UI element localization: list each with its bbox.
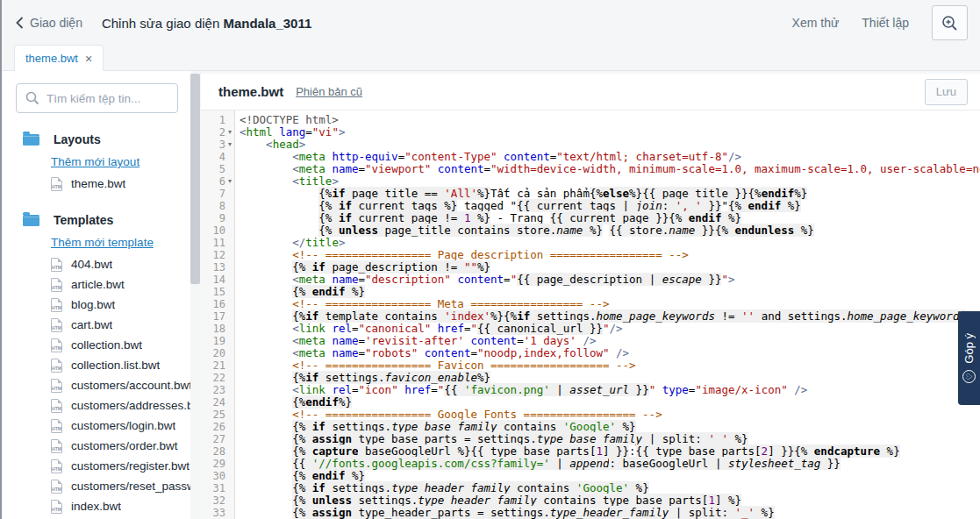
code-line[interactable]: <!-- ================ Page description =… bbox=[240, 249, 980, 261]
html-file-icon: HTM bbox=[51, 379, 62, 393]
code-line[interactable]: {% if settings.type_base_family contains… bbox=[240, 421, 980, 433]
search-input[interactable] bbox=[16, 83, 178, 113]
file-item[interactable]: HTMarticle.bwt bbox=[2, 274, 190, 295]
code-line[interactable]: {%if settings.favicon_enable%} bbox=[240, 372, 980, 384]
code-line[interactable]: <!-- ================ Favicon ==========… bbox=[240, 359, 980, 372]
file-item[interactable]: HTMcollection.list.bwt bbox=[2, 355, 190, 375]
code-line[interactable]: {%if page_title == 'All'%}Tất cả sản phẩ… bbox=[240, 188, 980, 200]
file-item[interactable]: HTMtheme.bwt bbox=[2, 174, 190, 194]
code-line[interactable]: {% if current_tags %} tagged "{{ current… bbox=[240, 200, 980, 212]
code-line[interactable]: {%if template contains 'index'%}{%if set… bbox=[240, 310, 980, 323]
file-item[interactable]: HTMcustomers/login.bwt bbox=[2, 416, 190, 436]
zoom-button[interactable] bbox=[932, 5, 968, 40]
page-title: Chỉnh sửa giao diện Mandala_3011 bbox=[102, 16, 311, 31]
file-item[interactable]: HTMcollection.bwt bbox=[2, 335, 190, 355]
file-item[interactable]: HTMindex.bwt bbox=[2, 496, 190, 516]
code-line[interactable]: <title> bbox=[240, 175, 980, 188]
code-line[interactable]: <!-- ================ Meta =============… bbox=[240, 298, 980, 310]
line-number: 10 bbox=[213, 224, 225, 237]
file-name: index.bwt bbox=[71, 500, 121, 513]
add-template-link[interactable]: Thêm mới template bbox=[51, 236, 190, 249]
code-line[interactable]: {% unless settings.type_header_family co… bbox=[240, 494, 980, 507]
code-line[interactable]: <meta name="description" content="{{ pag… bbox=[240, 274, 980, 286]
file-item[interactable]: HTMcustomers/order.bwt bbox=[2, 436, 190, 456]
code-line[interactable]: {% capture baseGoogleUrl %}{{ type_base_… bbox=[240, 445, 980, 458]
code-line[interactable]: <link rel="canonical" href="{{ canonical… bbox=[240, 323, 980, 335]
code-line[interactable]: {% if page_description != ""%} bbox=[240, 261, 980, 274]
code-line[interactable]: <meta name="viewport" content="width=dev… bbox=[240, 163, 980, 175]
code-line[interactable]: {%endif%} bbox=[240, 396, 980, 409]
file-item[interactable]: HTMcustomers/register.bwt bbox=[2, 456, 190, 476]
code-line[interactable]: {% if settings.type_header_family contai… bbox=[240, 482, 980, 494]
sidebar-scrollbar-thumb[interactable] bbox=[190, 74, 200, 284]
file-name: theme.bwt bbox=[71, 177, 125, 190]
code-line[interactable]: <meta http-equiv="content-Type" content=… bbox=[240, 151, 980, 163]
old-version-link[interactable]: Phiên bản cũ bbox=[296, 85, 362, 98]
code-line[interactable]: {% if current_page != 1 %} - Trang {{ cu… bbox=[240, 212, 980, 224]
code-line[interactable]: <meta name="robots" content="noodp,index… bbox=[240, 347, 980, 359]
editor-panel: theme.bwt Phiên bản cũ Lưu 12▾3▾456▾7891… bbox=[201, 74, 980, 519]
file-name: customers/account.bwt bbox=[71, 379, 190, 392]
sidebar-section-templates[interactable]: Templates bbox=[23, 213, 190, 227]
code-line[interactable]: {% assign type_base_parts = settings.typ… bbox=[240, 433, 980, 445]
line-number: 2 bbox=[219, 126, 225, 139]
file-name: customers/register.bwt bbox=[71, 459, 190, 473]
line-number: 29 bbox=[213, 458, 225, 470]
html-file-icon: HTM bbox=[51, 177, 62, 191]
file-item[interactable]: HTMcart.bwt bbox=[2, 315, 190, 335]
save-button[interactable]: Lưu bbox=[925, 79, 968, 105]
file-name: cart.bwt bbox=[71, 318, 112, 331]
preview-link[interactable]: Xem thử bbox=[792, 16, 840, 30]
code-line[interactable]: {{ '//fonts.googleapis.com/css?family=' … bbox=[240, 458, 980, 470]
code-line[interactable]: <html lang="vi"> bbox=[240, 126, 980, 139]
line-number: 3 bbox=[219, 139, 225, 151]
folder-icon bbox=[23, 134, 39, 146]
code-line[interactable]: {% endif %} bbox=[240, 286, 980, 298]
code-line[interactable]: {% unless page_title contains store.name… bbox=[240, 224, 980, 237]
line-number: 33 bbox=[213, 507, 225, 519]
line-number-gutter: 12▾3▾456▾7891011121314151617181920212223… bbox=[201, 110, 235, 519]
fold-arrow-icon[interactable]: ▾ bbox=[225, 139, 234, 151]
fold-arrow-icon[interactable]: ▾ bbox=[225, 175, 234, 188]
file-item[interactable]: HTMcustomers/reset_password.bwt bbox=[2, 476, 190, 496]
file-item[interactable]: HTMcustomers/addresses.bwt bbox=[2, 395, 190, 416]
tab-theme-bwt[interactable]: theme.bwt × bbox=[14, 45, 104, 71]
settings-link[interactable]: Thiết lập bbox=[862, 16, 909, 30]
back-link[interactable]: Giao diện bbox=[16, 16, 82, 30]
code-line[interactable]: <meta name='revisit-after' content='1 da… bbox=[240, 335, 980, 347]
code-content[interactable]: <!DOCTYPE html><html lang="vi"> <head> <… bbox=[235, 110, 980, 519]
fold-arrow-icon[interactable]: ▾ bbox=[225, 126, 234, 139]
file-search bbox=[16, 83, 178, 113]
folder-icon bbox=[23, 215, 39, 226]
line-number: 32 bbox=[213, 494, 225, 507]
tab-close-icon[interactable]: × bbox=[85, 53, 92, 65]
file-name: customers/reset_password.bwt bbox=[71, 480, 190, 493]
code-editor[interactable]: 12▾3▾456▾7891011121314151617181920212223… bbox=[201, 110, 980, 519]
line-number: 11 bbox=[213, 237, 225, 249]
layouts-file-list: HTMtheme.bwt bbox=[2, 174, 190, 194]
code-line[interactable]: {% assign type_header_parts = settings.t… bbox=[240, 507, 980, 519]
line-number: 18 bbox=[213, 323, 225, 335]
code-line[interactable]: <link rel="icon" href="{{ 'favicon.png' … bbox=[240, 384, 980, 396]
html-file-icon: HTM bbox=[51, 318, 62, 332]
sidebar-section-layouts[interactable]: Layouts bbox=[23, 132, 190, 146]
add-layout-link[interactable]: Thêm mới layout bbox=[51, 155, 190, 168]
file-item[interactable]: HTMcustomers/account.bwt bbox=[2, 375, 190, 395]
topbar-actions: Xem thử Thiết lập bbox=[792, 5, 968, 40]
code-line[interactable]: {% endif %} bbox=[240, 470, 980, 482]
code-line[interactable]: <head> bbox=[240, 139, 980, 151]
chevron-left-icon bbox=[16, 17, 24, 29]
file-name: customers/addresses.bwt bbox=[71, 399, 190, 412]
line-number: 16 bbox=[213, 298, 225, 310]
code-line[interactable]: </title> bbox=[240, 237, 980, 249]
html-file-icon: HTM bbox=[51, 459, 62, 473]
file-item[interactable]: HTMblog.bwt bbox=[2, 295, 190, 315]
code-line[interactable]: <!-- ================ Google Fonts =====… bbox=[240, 409, 980, 421]
code-line[interactable]: <!DOCTYPE html> bbox=[240, 114, 980, 126]
file-name: blog.bwt bbox=[71, 298, 115, 311]
html-file-icon: HTM bbox=[51, 419, 62, 433]
feedback-tab[interactable]: Góp ý ♡ bbox=[958, 311, 980, 405]
search-icon bbox=[25, 91, 39, 105]
file-item[interactable]: HTM404.bwt bbox=[2, 254, 190, 274]
line-number: 20 bbox=[213, 347, 225, 359]
